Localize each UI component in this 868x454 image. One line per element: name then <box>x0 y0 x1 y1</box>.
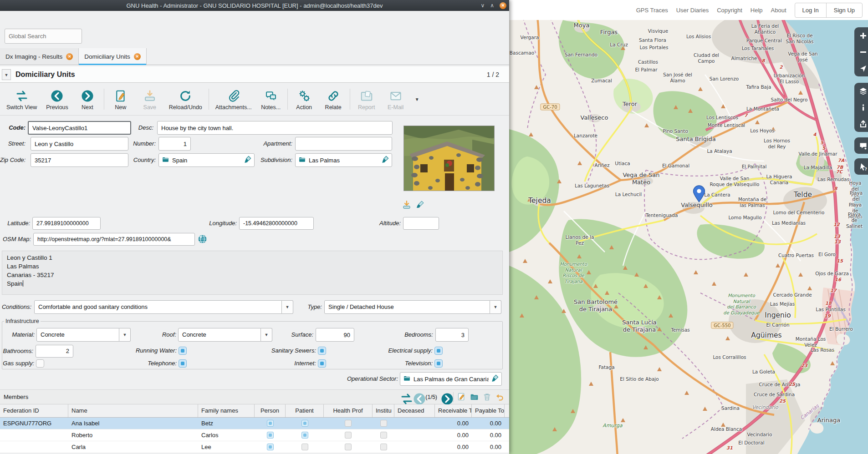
sanitary-sewers-checkbox[interactable] <box>318 347 326 355</box>
osm-nav-gps-traces[interactable]: GPS Traces <box>636 7 668 14</box>
column-header-deceased[interactable]: Deceased <box>394 404 435 417</box>
map-add-note-button[interactable] <box>854 137 868 154</box>
health-prof-checkbox[interactable] <box>345 420 352 427</box>
institution-checkbox[interactable] <box>380 432 387 439</box>
toolbar-switch-view-button[interactable]: Switch View <box>2 87 41 111</box>
members-delete-button[interactable] <box>482 392 492 402</box>
column-header-payable[interactable]: Payable Tod <box>472 404 505 417</box>
toolbar-new-button[interactable]: New <box>106 87 135 111</box>
tab-close-icon[interactable]: ✕ <box>66 53 73 60</box>
health-prof-checkbox[interactable] <box>345 432 352 439</box>
tab-dx-imaging-results[interactable]: Dx Imaging - Results✕ <box>0 48 79 65</box>
surface-field[interactable] <box>316 328 354 342</box>
window-titlebar[interactable]: GNU Health - Administrator - GNU SOLIDAR… <box>0 0 509 11</box>
column-header-receivable[interactable]: Receivable T <box>435 404 472 417</box>
person-checkbox[interactable] <box>267 432 274 439</box>
television-checkbox[interactable] <box>434 359 443 368</box>
toolbar-reload-button[interactable]: Reload/Undo <box>164 87 207 111</box>
login-button[interactable]: Log In <box>795 3 827 17</box>
address-preview[interactable]: Leon y Castillo 1 Las Palmas Canarias - … <box>2 251 503 295</box>
osm-nav-copyright[interactable]: Copyright <box>717 7 742 14</box>
number-field[interactable] <box>158 137 191 151</box>
bedrooms-field[interactable] <box>435 328 469 342</box>
toolbar-relate-button[interactable]: Relate <box>319 87 348 111</box>
roof-select[interactable]: Concrete ▼ <box>178 328 272 342</box>
person-checkbox[interactable] <box>267 420 274 427</box>
osm-nav-help[interactable]: Help <box>751 7 763 14</box>
chevron-down-icon[interactable]: ▼ <box>490 300 501 314</box>
table-row[interactable]: RobertoCarlos0.000.00 <box>0 429 509 441</box>
osm-nav-user-diaries[interactable]: User Diaries <box>676 7 709 14</box>
code-field[interactable] <box>28 121 131 135</box>
health-prof-checkbox[interactable] <box>345 444 352 450</box>
map-marker-pin[interactable] <box>693 185 705 202</box>
map-map-key-button[interactable] <box>854 99 868 116</box>
column-header-federation_id[interactable]: Federation ID <box>0 404 68 417</box>
members-switch-button[interactable] <box>400 392 409 402</box>
conditions-select[interactable]: Comfortable and good sanitary conditions… <box>34 300 293 314</box>
members-next-button[interactable] <box>440 392 450 402</box>
telephone-checkbox[interactable] <box>179 359 187 368</box>
map-canvas[interactable]: MoyaFirgasVergaraBascamaoSan FernandoLa … <box>509 20 868 454</box>
column-header-person[interactable]: Person <box>255 404 286 417</box>
osm-nav-about[interactable]: About <box>771 7 786 14</box>
type-select[interactable]: Single / Detached House ▼ <box>324 300 501 314</box>
material-select[interactable]: Concrete ▼ <box>36 328 131 342</box>
toolbar-action-button[interactable]: Action <box>290 87 319 111</box>
column-header-family_names[interactable]: Family names <box>198 404 255 417</box>
tab-close-icon[interactable]: ✕ <box>134 53 141 60</box>
signup-button[interactable]: Sign Up <box>827 3 862 17</box>
chevron-down-icon[interactable]: ▼ <box>119 328 131 342</box>
map-zoom-out-button[interactable] <box>854 44 868 60</box>
members-previous-button[interactable] <box>413 392 422 402</box>
latitude-field[interactable] <box>32 217 101 230</box>
members-undo-button[interactable] <box>495 392 505 402</box>
toolbar-previous-button[interactable]: Previous <box>41 87 73 111</box>
longitude-field[interactable] <box>239 217 314 230</box>
altitude-field[interactable] <box>403 217 439 230</box>
apartment-field[interactable] <box>295 137 392 151</box>
person-checkbox[interactable] <box>267 444 274 450</box>
country-field[interactable]: Spain <box>158 153 255 167</box>
subdivision-field[interactable]: Las Palmas <box>295 153 392 167</box>
minimize-icon[interactable]: ∨ <box>480 0 485 11</box>
street-field[interactable] <box>31 137 128 151</box>
toolbar-notes-button[interactable]: Notes... <box>256 87 286 111</box>
internet-checkbox[interactable] <box>318 359 326 368</box>
patient-checkbox[interactable] <box>301 420 308 427</box>
close-icon[interactable]: ✕ <box>500 2 506 9</box>
clear-brush-icon[interactable] <box>382 156 389 165</box>
zip-field[interactable] <box>31 153 128 167</box>
map-share-button[interactable] <box>854 116 868 132</box>
gas-supply-checkbox[interactable] <box>36 359 44 368</box>
institution-checkbox[interactable] <box>380 444 387 450</box>
members-edit-button[interactable] <box>457 392 466 402</box>
map-layers-button[interactable] <box>854 83 868 99</box>
column-header-patient[interactable]: Patient <box>286 404 324 417</box>
folder-open-icon[interactable] <box>298 156 306 165</box>
map-query-features-button[interactable]: ? <box>854 158 868 175</box>
folder-open-icon[interactable] <box>403 374 411 384</box>
members-open-button[interactable] <box>470 392 479 402</box>
toolbar-overflow-button[interactable]: ▼ <box>410 97 424 102</box>
chevron-down-icon[interactable]: ▼ <box>282 300 293 314</box>
patient-checkbox[interactable] <box>301 432 308 439</box>
global-search-input[interactable] <box>5 29 82 44</box>
institution-checkbox[interactable] <box>380 420 387 427</box>
image-clear-button[interactable] <box>415 200 424 209</box>
maximize-icon[interactable]: ∧ <box>490 0 494 11</box>
column-header-health_prof[interactable]: Health Prof <box>324 404 373 417</box>
tab-domiciliary-units[interactable]: Domiciliary Units✕ <box>79 48 147 65</box>
chevron-down-icon[interactable]: ▼ <box>261 328 272 342</box>
map-locate-button[interactable] <box>854 60 868 76</box>
toolbar-attachments-button[interactable]: Attachments... <box>211 87 256 111</box>
patient-checkbox[interactable] <box>301 444 308 450</box>
operational-sector-field[interactable]: Las Palmas de Gran Canaria <box>400 372 502 386</box>
toolbar-next-button[interactable]: Next <box>73 87 102 111</box>
column-header-name[interactable]: Name <box>68 404 198 417</box>
column-header-institution[interactable]: Institu <box>373 404 394 417</box>
map-zoom-in-button[interactable] <box>854 27 868 44</box>
collapse-expander[interactable]: ▼ <box>2 69 11 80</box>
open-map-globe-icon[interactable] <box>198 234 207 243</box>
desc-field[interactable] <box>157 121 393 135</box>
